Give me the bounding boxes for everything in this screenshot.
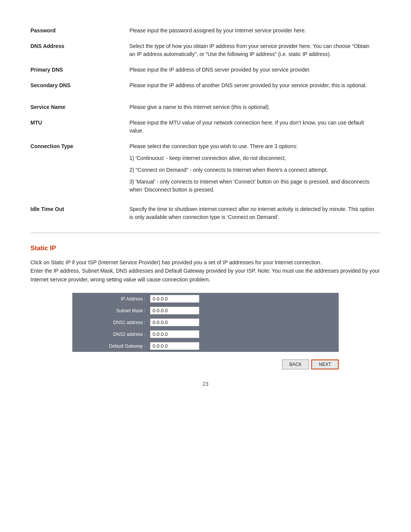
help-desc-3: Please input the IP address of another D… (129, 78, 381, 93)
next-button[interactable]: NEXT (311, 359, 339, 369)
help-desc-7: Specify the time to shutdown internet co… (129, 201, 381, 225)
help-label-4: Service Name (30, 99, 129, 115)
help-label-2: Primary DNS (30, 62, 129, 78)
help-label-7: Idle Time Out (30, 201, 129, 225)
form-fields-table: IP Address :Subnet Mask :DNS1 address :D… (72, 293, 339, 352)
back-button[interactable]: BACK (282, 359, 309, 369)
form-input-cell-3 (148, 328, 339, 340)
help-desc-2: Please input the IP address of DNS serve… (129, 62, 381, 78)
form-label-4: Default Gateway : (72, 340, 148, 352)
help-row-0: PasswordPlease input the password assign… (30, 23, 381, 38)
help-label-5: MTU (30, 115, 129, 139)
form-row-4: Default Gateway : (72, 340, 339, 352)
ip-address-input[interactable] (150, 295, 199, 303)
help-label-3: Secondary DNS (30, 78, 129, 93)
page-number: 23 (30, 381, 381, 387)
form-row-0: IP Address : (72, 293, 339, 305)
form-input-cell-2 (148, 316, 339, 328)
help-desc-0: Please input the password assigned by yo… (129, 23, 381, 38)
help-row-5: MTUPlease input the MTU value of your ne… (30, 115, 381, 139)
static-ip-form: IP Address :Subnet Mask :DNS1 address :D… (72, 293, 339, 352)
form-input-cell-4 (148, 340, 339, 352)
form-label-1: Subnet Mask : (72, 305, 148, 316)
help-row-4: Service NamePlease give a name to this I… (30, 99, 381, 115)
help-row-1: DNS AddressSelect the type of how you ob… (30, 38, 381, 62)
help-label-0: Password (30, 23, 129, 38)
form-label-0: IP Address : (72, 293, 148, 305)
subnet-mask-input[interactable] (150, 307, 199, 315)
help-row-7: Idle Time OutSpecify the time to shutdow… (30, 201, 381, 225)
section-divider (30, 233, 381, 233)
help-label-connection-type: Connection Type (30, 139, 129, 201)
help-desc-1: Select the type of how you obtain IP add… (129, 38, 381, 62)
form-input-cell-0 (148, 293, 339, 305)
static-ip-title: Static IP (30, 244, 381, 252)
form-label-2: DNS1 address : (72, 316, 148, 328)
help-row-connection-type: Connection TypePlease select the connect… (30, 139, 381, 201)
form-input-cell-1 (148, 305, 339, 316)
form-row-1: Subnet Mask : (72, 305, 339, 316)
dns2-address-input[interactable] (150, 330, 199, 338)
dns1-address-input[interactable] (150, 318, 199, 326)
help-table: PasswordPlease input the password assign… (30, 23, 381, 225)
spacer-row (30, 93, 381, 99)
help-row-2: Primary DNSPlease input the IP address o… (30, 62, 381, 78)
help-desc-connection-type: Please select the connection type you wi… (129, 139, 381, 201)
help-label-1: DNS Address (30, 38, 129, 62)
help-row-3: Secondary DNSPlease input the IP address… (30, 78, 381, 93)
default-gateway-input[interactable] (150, 342, 199, 350)
intro-text: Click on Static IP if your ISP (Internet… (30, 258, 381, 284)
form-row-2: DNS1 address : (72, 316, 339, 328)
help-desc-4: Please give a name to this Internet serv… (129, 99, 381, 115)
form-row-3: DNS2 address : (72, 328, 339, 340)
button-row: BACK NEXT (72, 359, 339, 369)
form-label-3: DNS2 address : (72, 328, 148, 340)
help-desc-5: Please input the MTU value of your netwo… (129, 115, 381, 139)
